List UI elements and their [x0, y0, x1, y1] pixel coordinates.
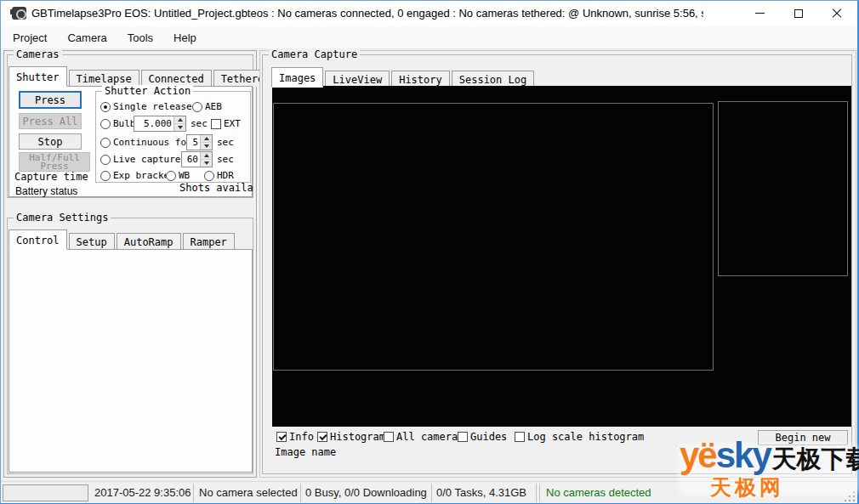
- histogram-checkbox[interactable]: [317, 432, 327, 442]
- histogram-label: Histogram: [330, 431, 385, 443]
- continuous-duration-spinner[interactable]: 5: [186, 134, 213, 150]
- statusbar-busy-downloading: 0 Busy, 0/0 Downloading: [305, 486, 427, 499]
- hdr-radio[interactable]: [204, 171, 214, 181]
- exp-bracket-radio[interactable]: [100, 171, 111, 181]
- tab-history[interactable]: History: [391, 71, 450, 88]
- statusbar-divider: [539, 484, 540, 502]
- camera-settings-groupbox: Camera Settings Control Setup AutoRamp R…: [7, 218, 253, 474]
- aeb-label: AEB: [205, 101, 222, 112]
- statusbar-tasks: 0/0 Tasks, 4.31GB: [436, 486, 526, 499]
- guides-checkbox[interactable]: [458, 432, 468, 442]
- continuous-sec-label: sec: [217, 137, 234, 148]
- cameras-panel: Cameras Shutter Timelapse Connected Teth…: [3, 50, 257, 478]
- single-release-radio[interactable]: [100, 102, 111, 112]
- begin-new-button[interactable]: Begin new: [758, 430, 848, 445]
- control-tab-page: [9, 249, 253, 473]
- close-icon: [832, 8, 842, 19]
- app-camera-icon: [12, 7, 26, 20]
- bulb-duration-spinner[interactable]: 5.000: [134, 116, 186, 132]
- live-capture-label: Live capture: [113, 154, 180, 165]
- statusbar-divider: [536, 484, 537, 502]
- spin-up-icon[interactable]: [201, 135, 212, 143]
- press-button[interactable]: Press: [19, 91, 82, 109]
- statusbar-datetime: 2017-05-22 9:35:06: [94, 486, 191, 499]
- tab-session-log[interactable]: Session Log: [452, 71, 534, 88]
- continuous-label: Continuous fo: [113, 137, 186, 148]
- tab-control[interactable]: Control: [9, 229, 67, 250]
- stop-button[interactable]: Stop: [19, 133, 82, 150]
- live-duration-spinner[interactable]: 60: [181, 151, 213, 167]
- spin-down-icon[interactable]: [201, 160, 212, 167]
- spin-up-icon[interactable]: [174, 116, 185, 124]
- menu-project[interactable]: Project: [4, 28, 55, 48]
- tab-liveview[interactable]: LiveView: [325, 71, 390, 88]
- bulb-sec-label: sec: [191, 118, 208, 129]
- cameras-groupbox: Cameras Shutter Timelapse Connected Teth…: [7, 54, 253, 198]
- title-bar[interactable]: GBTimelapse3Pro EOS: Untitled_Project.gb…: [1, 1, 857, 26]
- guides-label: Guides: [470, 431, 507, 443]
- progress-bar: [3, 484, 88, 501]
- battery-status-label: Battery status: [15, 185, 77, 197]
- live-capture-radio[interactable]: [100, 155, 111, 165]
- continuous-radio[interactable]: [100, 138, 111, 148]
- menu-help[interactable]: Help: [165, 28, 205, 48]
- tab-timelapse[interactable]: Timelapse: [69, 70, 139, 87]
- cameras-group-title: Cameras: [14, 48, 62, 60]
- statusbar-divider: [431, 484, 432, 502]
- all-cameras-label: All cameras: [396, 431, 464, 443]
- capture-time-label: Capture time: [14, 171, 88, 183]
- ext-checkbox[interactable]: [211, 119, 221, 129]
- shutter-action-groupbox: Shutter Action Single release AEB Bulb: [95, 91, 251, 183]
- camera-capture-groupbox: Camera Capture Images LiveView History S…: [262, 54, 852, 474]
- tab-autoramp[interactable]: AutoRamp: [117, 233, 181, 250]
- bulb-label: Bulb: [113, 118, 136, 129]
- window-title: GBTimelapse3Pro EOS: Untitled_Project.gb…: [31, 7, 703, 20]
- log-scale-histogram-label: Log scale histogram: [527, 431, 644, 443]
- info-label: Info: [289, 431, 314, 443]
- camera-capture-title: Camera Capture: [269, 48, 360, 60]
- continuous-duration-value[interactable]: 5: [187, 137, 200, 148]
- bulb-radio[interactable]: [100, 119, 111, 129]
- info-checkbox[interactable]: [276, 432, 287, 442]
- menu-tools[interactable]: Tools: [119, 28, 162, 48]
- camera-capture-panel: Camera Capture Images LiveView History S…: [259, 50, 856, 478]
- wb-label: WB: [179, 170, 190, 181]
- menu-camera[interactable]: Camera: [59, 28, 115, 48]
- maximize-button[interactable]: [779, 1, 817, 25]
- spin-down-icon[interactable]: [201, 143, 212, 150]
- thumbnail-frame: [718, 101, 848, 276]
- all-cameras-checkbox[interactable]: [384, 432, 394, 442]
- tab-connected[interactable]: Connected: [141, 70, 212, 87]
- close-button[interactable]: [817, 1, 856, 25]
- spin-down-icon[interactable]: [174, 124, 185, 131]
- image-canvas[interactable]: [272, 86, 851, 427]
- half-full-press-button: Half/Full Press: [19, 152, 90, 172]
- single-release-label: Single release: [113, 101, 192, 112]
- press-all-button: Press All: [19, 113, 82, 129]
- resize-grip[interactable]: [844, 490, 855, 501]
- app-window: GBTimelapse3Pro EOS: Untitled_Project.gb…: [0, 0, 859, 504]
- status-bar: 2017-05-22 9:35:06 No camera selected 0 …: [1, 481, 857, 503]
- tab-ramper[interactable]: Ramper: [183, 233, 235, 250]
- bulb-duration-value[interactable]: 5.000: [134, 118, 174, 129]
- image-frame: [273, 103, 714, 371]
- shutter-action-title: Shutter Action: [102, 85, 193, 97]
- ext-label: EXT: [224, 118, 241, 129]
- wb-radio[interactable]: [166, 171, 176, 181]
- live-duration-value[interactable]: 60: [182, 154, 200, 165]
- menu-bar: Project Camera Tools Help: [1, 26, 857, 49]
- tab-setup[interactable]: Setup: [69, 233, 115, 250]
- log-scale-histogram-checkbox[interactable]: [515, 432, 525, 442]
- aeb-radio[interactable]: [192, 102, 202, 112]
- statusbar-divider: [300, 484, 301, 502]
- tab-images[interactable]: Images: [271, 67, 323, 88]
- live-sec-label: sec: [217, 154, 234, 165]
- shutter-tab-page: Press Press All Stop Half/Full Press Cap…: [9, 86, 253, 197]
- image-name-label: Image name: [275, 446, 336, 458]
- camera-settings-title: Camera Settings: [14, 212, 111, 224]
- tab-shutter[interactable]: Shutter: [9, 66, 67, 87]
- shots-available-label: Shots availabl: [179, 182, 253, 194]
- spin-up-icon[interactable]: [201, 152, 212, 160]
- minimize-button[interactable]: [741, 1, 779, 25]
- display-options-row: Info Histogram All cameras Guides Log sc…: [263, 429, 851, 446]
